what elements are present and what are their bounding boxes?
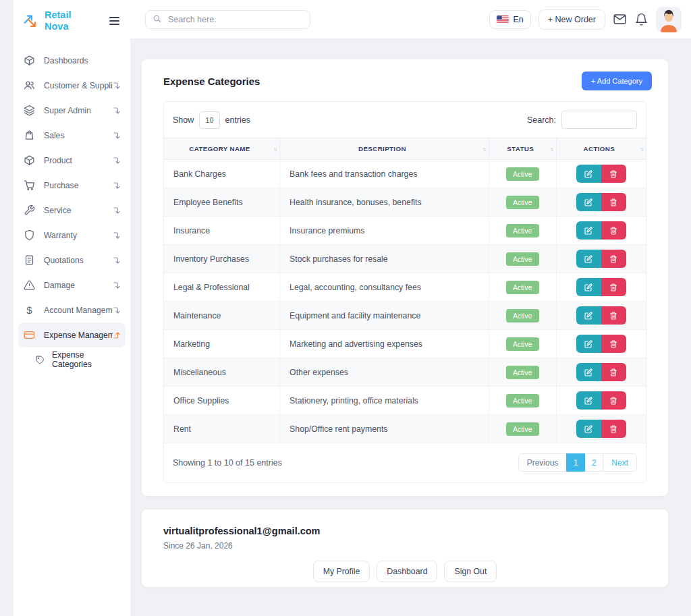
- delete-button[interactable]: [601, 250, 626, 268]
- table-row: Legal & ProfessionalLegal, accounting, c…: [164, 273, 646, 302]
- sort-icon: ↑↓: [640, 146, 642, 152]
- table-row: MiscellaneousOther expensesActive: [164, 358, 646, 387]
- new-order-button[interactable]: + New Order: [538, 9, 605, 30]
- delete-button[interactable]: [601, 221, 626, 240]
- delete-button[interactable]: [601, 420, 626, 438]
- category-name-cell: Legal & Professional: [164, 273, 280, 302]
- corner-up-arrow-icon: [113, 331, 121, 339]
- sort-icon: ↑↓: [273, 146, 276, 152]
- description-cell: Stationery, printing, office materials: [280, 387, 489, 415]
- sidebar-subitem-expense-categories[interactable]: Expense Categories: [18, 347, 126, 372]
- corner-down-arrow-icon: [113, 206, 121, 215]
- sidebar-item-service[interactable]: Service: [18, 198, 126, 223]
- menu-toggle-icon[interactable]: [108, 16, 121, 26]
- status-badge: Active: [506, 309, 539, 323]
- delete-button[interactable]: [601, 391, 626, 410]
- column-header-description[interactable]: Description↑↓: [280, 138, 489, 160]
- sidebar-item-sales[interactable]: Sales: [18, 123, 126, 148]
- expense-categories-table: Category Name↑↓Description↑↓Status↑↓Acti…: [164, 138, 646, 443]
- edit-button[interactable]: [576, 363, 601, 381]
- column-header-status[interactable]: Status↑↓: [489, 138, 556, 160]
- delete-button[interactable]: [601, 363, 626, 381]
- edit-button[interactable]: [576, 335, 601, 353]
- sidebar-item-expense-management[interactable]: Expense Management: [18, 323, 126, 347]
- pagination: Previous12Next: [518, 453, 637, 472]
- add-category-button[interactable]: + Add Category: [582, 72, 652, 90]
- delete-button[interactable]: [601, 306, 626, 325]
- corner-down-arrow-icon: [113, 107, 121, 115]
- category-name-cell: Insurance: [164, 217, 280, 245]
- search-input[interactable]: [167, 14, 303, 25]
- corner-down-arrow-icon: [113, 306, 121, 314]
- description-cell: Stock purchases for resale: [280, 245, 489, 273]
- description-cell: Health insurance, bonuses, benefits: [280, 188, 489, 217]
- table-row: Bank ChargesBank fees and transaction ch…: [164, 160, 646, 188]
- description-cell: Marketing and advertising expenses: [280, 330, 489, 358]
- column-header-actions[interactable]: Actions↑↓: [556, 138, 646, 160]
- main: Expense Categories + Add Category Show 1…: [130, 38, 691, 616]
- sidebar-nav: DashboardsCustomer & SupplierSuper Admin…: [13, 36, 130, 372]
- us-flag-icon: [497, 16, 509, 24]
- table-row: InsuranceInsurance premiumsActive: [164, 217, 646, 245]
- sidebar-item-product[interactable]: Product: [18, 148, 126, 173]
- sidebar-item-dashboards[interactable]: Dashboards: [18, 48, 126, 73]
- category-name-cell: Employee Benefits: [164, 188, 280, 217]
- edit-button[interactable]: [576, 165, 601, 183]
- corner-down-arrow-icon: [113, 281, 121, 289]
- entries-label: entries: [225, 115, 251, 125]
- pagination-next-button[interactable]: Next: [603, 453, 637, 472]
- credit-card-icon: [24, 329, 35, 341]
- sidebar-item-quotations[interactable]: Quotations: [18, 248, 126, 273]
- dashboard-button[interactable]: Dashboard: [377, 561, 437, 582]
- description-cell: Legal, accounting, consultancy fees: [280, 273, 489, 302]
- delete-button[interactable]: [601, 278, 626, 296]
- sign-out-button[interactable]: Sign Out: [444, 561, 497, 582]
- edit-button[interactable]: [576, 250, 601, 268]
- description-cell: Other expenses: [280, 358, 489, 387]
- cart-icon: [24, 179, 35, 191]
- sidebar-item-account-management[interactable]: $Account Management: [18, 298, 126, 323]
- sidebar-item-damage[interactable]: Damage: [18, 273, 126, 298]
- column-header-category-name[interactable]: Category Name↑↓: [164, 138, 280, 160]
- pagination-previous-button[interactable]: Previous: [518, 453, 568, 472]
- expense-categories-card: Expense Categories + Add Category Show 1…: [142, 59, 668, 496]
- pagination-page-1-button[interactable]: 1: [566, 453, 585, 472]
- corner-down-arrow-icon: [113, 256, 121, 264]
- search-box: [145, 10, 310, 29]
- table-search-input[interactable]: [561, 111, 637, 129]
- category-name-cell: Rent: [164, 415, 280, 443]
- edit-button[interactable]: [576, 420, 601, 438]
- bag-icon: [24, 130, 35, 141]
- show-label: Show: [173, 115, 194, 125]
- box-icon: [24, 155, 35, 166]
- mail-icon[interactable]: [613, 12, 627, 26]
- page-size-select[interactable]: 10: [199, 111, 219, 129]
- delete-button[interactable]: [601, 165, 626, 183]
- edit-button[interactable]: [576, 193, 601, 211]
- table-row: RentShop/Office rent paymentsActive: [164, 415, 646, 443]
- edit-button[interactable]: [576, 391, 601, 410]
- edit-button[interactable]: [576, 221, 601, 240]
- status-badge: Active: [506, 224, 539, 237]
- edit-button[interactable]: [576, 306, 601, 325]
- bell-icon[interactable]: [634, 12, 648, 26]
- sidebar: RetailNova DashboardsCustomer & Supplier…: [13, 0, 130, 616]
- status-badge: Active: [506, 167, 539, 181]
- sidebar-item-warranty[interactable]: Warranty: [18, 223, 126, 248]
- document-icon: [24, 254, 35, 266]
- delete-button[interactable]: [601, 335, 626, 353]
- sidebar-item-customer-supplier[interactable]: Customer & Supplier: [18, 73, 126, 98]
- avatar[interactable]: [656, 7, 682, 32]
- status-badge: Active: [506, 196, 539, 209]
- delete-button[interactable]: [601, 193, 626, 211]
- language-label: En: [513, 15, 523, 24]
- pagination-page-2-button[interactable]: 2: [584, 453, 603, 472]
- my-profile-button[interactable]: My Profile: [313, 561, 370, 582]
- edit-button[interactable]: [576, 278, 601, 296]
- entries-info: Showing 1 to 10 of 15 entries: [173, 458, 282, 468]
- language-button[interactable]: En: [489, 10, 530, 29]
- sidebar-item-purchase[interactable]: Purchase: [18, 173, 126, 198]
- tag-icon: [36, 356, 45, 364]
- sidebar-item-super-admin[interactable]: Super Admin: [18, 98, 126, 123]
- table-row: MarketingMarketing and advertising expen…: [164, 330, 646, 358]
